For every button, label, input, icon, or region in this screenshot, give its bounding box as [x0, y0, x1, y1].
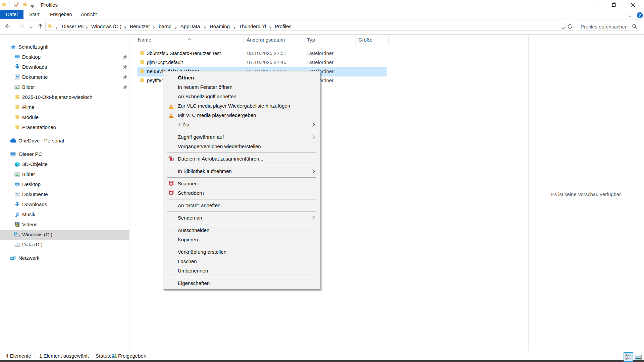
svg-text:?: ? [639, 13, 641, 18]
